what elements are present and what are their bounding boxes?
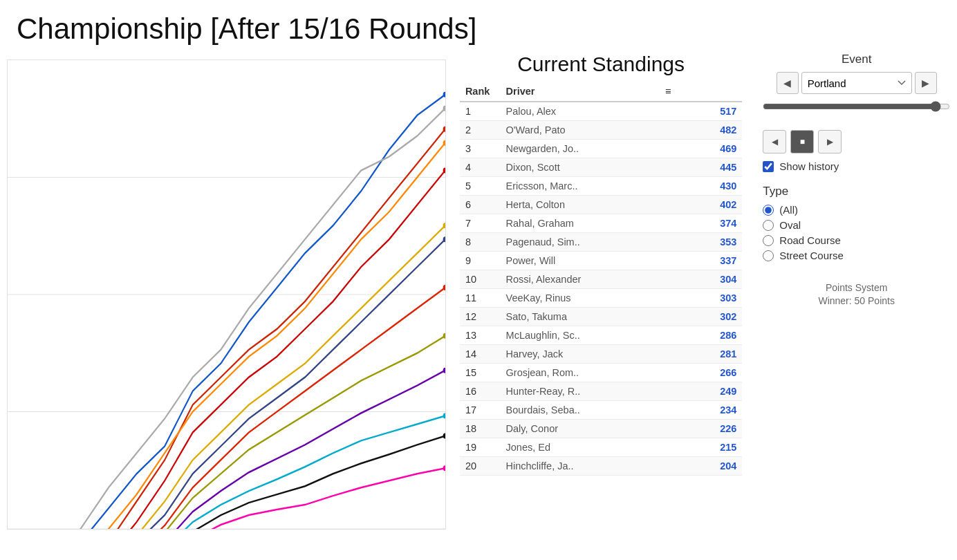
points-cell: 517 — [680, 102, 742, 121]
type-radios: (All) Oval Road Course Street Course — [763, 204, 950, 261]
table-row: 14 Harvey, Jack 281 — [460, 345, 742, 364]
play-prev-button[interactable]: ◀ — [763, 130, 786, 153]
driver-cell: Palou, Alex — [501, 102, 657, 121]
type-radio-street_course[interactable] — [763, 250, 774, 261]
points-cell: 234 — [680, 401, 742, 420]
empty-cell — [656, 457, 680, 476]
table-row: 9 Power, Will 337 — [460, 252, 742, 270]
standings-title: Current Standings — [460, 53, 742, 76]
empty-cell — [656, 270, 680, 289]
table-row: 12 Sato, Takuma 302 — [460, 308, 742, 326]
table-row: 5 Ericsson, Marc.. 430 — [460, 177, 742, 196]
points-cell: 304 — [680, 270, 742, 289]
points-cell: 445 — [680, 158, 742, 177]
table-row: 10 Rossi, Alexander 304 — [460, 270, 742, 289]
rank-cell: 3 — [460, 140, 501, 158]
driver-cell: Power, Will — [501, 252, 657, 270]
type-radio-label-road_course[interactable]: Road Course — [779, 234, 840, 246]
col-driver-header: Driver — [501, 82, 657, 102]
points-cell: 374 — [680, 214, 742, 233]
driver-cell: Hunter-Reay, R.. — [501, 382, 657, 401]
table-row: 16 Hunter-Reay, R.. 249 — [460, 382, 742, 401]
rank-cell: 1 — [460, 102, 501, 121]
col-pts-header — [680, 82, 742, 102]
table-row: 8 Pagenaud, Sim.. 353 — [460, 233, 742, 252]
rank-cell: 10 — [460, 270, 501, 289]
empty-cell — [656, 308, 680, 326]
driver-cell: Daly, Conor — [501, 420, 657, 438]
driver-cell: Newgarden, Jo.. — [501, 140, 657, 158]
rank-cell: 5 — [460, 177, 501, 196]
table-row: 19 Jones, Ed 215 — [460, 438, 742, 457]
rank-cell: 13 — [460, 326, 501, 345]
driver-cell: Rossi, Alexander — [501, 270, 657, 289]
event-section: Event ◀ St. PeteTexasIndy GPIndy 500Detr… — [763, 53, 950, 118]
empty-cell — [656, 382, 680, 401]
page-title: Championship [After 15/16 Rounds] — [0, 0, 957, 53]
table-row: 6 Herta, Colton 402 — [460, 196, 742, 214]
rank-cell: 2 — [460, 121, 501, 140]
points-system-label: Points System — [763, 282, 950, 293]
rank-cell: 7 — [460, 214, 501, 233]
driver-cell: O'Ward, Pato — [501, 121, 657, 140]
empty-cell — [656, 401, 680, 420]
type-radio-label-oval[interactable]: Oval — [779, 219, 801, 231]
driver-cell: VeeKay, Rinus — [501, 289, 657, 308]
table-row: 11 VeeKay, Rinus 303 — [460, 289, 742, 308]
stop-button[interactable]: ■ — [790, 130, 814, 153]
event-dropdown[interactable]: St. PeteTexasIndy GPIndy 500Detroit 1Det… — [801, 72, 912, 94]
empty-cell — [656, 177, 680, 196]
driver-cell: Rahal, Graham — [501, 214, 657, 233]
points-cell: 215 — [680, 438, 742, 457]
points-system: Points System Winner: 50 Points — [763, 282, 950, 306]
svg-point-16 — [443, 465, 445, 471]
event-next-button[interactable]: ▶ — [915, 72, 937, 94]
table-row: 3 Newgarden, Jo.. 469 — [460, 140, 742, 158]
rank-cell: 20 — [460, 457, 501, 476]
points-cell: 430 — [680, 177, 742, 196]
points-cell: 482 — [680, 121, 742, 140]
driver-cell: Sato, Takuma — [501, 308, 657, 326]
rank-cell: 12 — [460, 308, 501, 326]
points-cell: 226 — [680, 420, 742, 438]
rank-cell: 9 — [460, 252, 501, 270]
rank-cell: 18 — [460, 420, 501, 438]
type-radio-all[interactable] — [763, 205, 774, 216]
play-next-button[interactable]: ▶ — [818, 130, 842, 153]
table-row: 2 O'Ward, Pato 482 — [460, 121, 742, 140]
rank-cell: 15 — [460, 364, 501, 382]
rank-cell: 14 — [460, 345, 501, 364]
rank-cell: 19 — [460, 438, 501, 457]
rank-cell: 8 — [460, 233, 501, 252]
type-radio-label-street_course[interactable]: Street Course — [779, 250, 844, 261]
points-cell: 249 — [680, 382, 742, 401]
empty-cell — [656, 326, 680, 345]
table-row: 18 Daly, Conor 226 — [460, 420, 742, 438]
empty-cell — [656, 420, 680, 438]
filter-icon[interactable]: ≡ — [656, 82, 680, 102]
empty-cell — [656, 438, 680, 457]
show-history-label[interactable]: Show history — [779, 160, 839, 172]
event-section-label: Event — [763, 53, 950, 66]
type-radio-oval[interactable] — [763, 220, 774, 231]
rank-cell: 17 — [460, 401, 501, 420]
points-cell: 302 — [680, 308, 742, 326]
svg-point-15 — [443, 433, 445, 438]
driver-cell: Bourdais, Seba.. — [501, 401, 657, 420]
points-cell: 281 — [680, 345, 742, 364]
type-radio-label-all[interactable]: (All) — [779, 204, 798, 216]
event-prev-button[interactable]: ◀ — [777, 72, 799, 94]
points-cell: 337 — [680, 252, 742, 270]
rank-cell: 6 — [460, 196, 501, 214]
show-history-checkbox[interactable] — [763, 161, 774, 172]
type-radio-road_course[interactable] — [763, 235, 774, 246]
progress-slider[interactable] — [763, 101, 950, 112]
driver-cell: Grosjean, Rom.. — [501, 364, 657, 382]
empty-cell — [656, 121, 680, 140]
points-cell: 469 — [680, 140, 742, 158]
empty-cell — [656, 140, 680, 158]
driver-cell: Hinchcliffe, Ja.. — [501, 457, 657, 476]
driver-cell: Ericsson, Marc.. — [501, 177, 657, 196]
points-cell: 286 — [680, 326, 742, 345]
type-section-label: Type — [763, 185, 950, 198]
